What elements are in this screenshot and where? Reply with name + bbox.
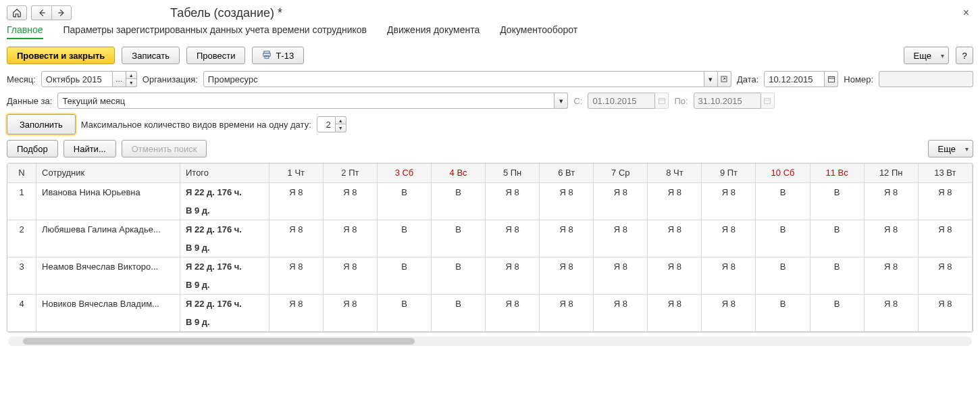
month-down-button[interactable]: ▼ <box>126 79 137 87</box>
day-cell[interactable]: Я 8 <box>269 294 323 313</box>
day-cell[interactable]: В <box>810 220 864 239</box>
find-button[interactable]: Найти... <box>63 140 116 157</box>
home-button[interactable] <box>7 5 27 20</box>
help-button[interactable]: ? <box>956 47 973 64</box>
col-day-9[interactable]: 9 Пт <box>702 164 756 182</box>
day-cell[interactable]: Я 8 <box>918 182 972 201</box>
day-cell[interactable]: Я 8 <box>648 182 702 201</box>
t13-button[interactable]: Т-13 <box>252 47 304 64</box>
max-kinds-up-button[interactable]: ▲ <box>336 116 346 124</box>
day-cell[interactable]: В <box>756 294 810 313</box>
table-row[interactable]: 3Неамов Вячеслав Викторо...Я 22 д. 176 ч… <box>7 257 973 276</box>
day-cell[interactable]: Я 8 <box>864 220 918 239</box>
day-cell[interactable]: Я 8 <box>486 294 540 313</box>
date-input[interactable]: 10.12.2015 <box>764 71 825 87</box>
day-cell[interactable]: В <box>377 182 431 201</box>
number-input[interactable] <box>879 71 973 87</box>
employee-name[interactable]: Новиков Вячеслав Владим... <box>36 294 180 313</box>
more-button[interactable]: Еще <box>904 47 949 64</box>
tab-main[interactable]: Главное <box>7 24 43 39</box>
day-cell[interactable]: Я 8 <box>648 294 702 313</box>
day-cell[interactable]: Я 8 <box>323 294 377 313</box>
day-cell[interactable]: Я 8 <box>918 294 972 313</box>
save-button[interactable]: Записать <box>122 47 180 64</box>
day-cell[interactable]: Я 8 <box>323 182 377 201</box>
col-day-4[interactable]: 4 Вс <box>432 164 486 182</box>
day-cell[interactable]: Я 8 <box>702 220 756 239</box>
day-cell[interactable]: В <box>377 257 431 276</box>
col-day-1[interactable]: 1 Чт <box>269 164 323 182</box>
day-cell[interactable]: В <box>432 294 486 313</box>
day-cell[interactable]: Я 8 <box>918 257 972 276</box>
max-kinds-input[interactable]: 2 <box>317 116 336 132</box>
day-cell[interactable]: Я 8 <box>486 182 540 201</box>
day-cell[interactable]: В <box>810 182 864 201</box>
col-day-6[interactable]: 6 Вт <box>540 164 594 182</box>
table-row[interactable]: 2Любяшева Галина Аркадье...Я 22 д. 176 ч… <box>7 220 973 239</box>
forward-button[interactable] <box>51 5 72 20</box>
day-cell[interactable]: Я 8 <box>269 257 323 276</box>
day-cell[interactable]: Я 8 <box>702 294 756 313</box>
col-day-7[interactable]: 7 Ср <box>594 164 648 182</box>
date-calendar-button[interactable] <box>825 71 838 87</box>
day-cell[interactable]: В <box>377 294 431 313</box>
employee-name[interactable]: Иванова Нина Юрьевна <box>36 182 180 201</box>
col-day-12[interactable]: 12 Пн <box>864 164 918 182</box>
day-cell[interactable]: В <box>432 220 486 239</box>
col-employee[interactable]: Сотрудник <box>36 164 180 182</box>
col-n[interactable]: N <box>7 164 36 182</box>
day-cell[interactable]: Я 8 <box>269 182 323 201</box>
day-cell[interactable]: Я 8 <box>864 257 918 276</box>
fill-button[interactable]: Заполнить <box>7 114 76 134</box>
table-more-button[interactable]: Еще <box>928 140 973 157</box>
day-cell[interactable]: Я 8 <box>918 220 972 239</box>
day-cell[interactable]: Я 8 <box>323 257 377 276</box>
post-button[interactable]: Провести <box>186 47 246 64</box>
scrollbar-thumb[interactable] <box>23 338 415 345</box>
day-cell[interactable]: Я 8 <box>594 294 648 313</box>
data-for-input[interactable]: Текущий месяц <box>57 93 555 109</box>
day-cell[interactable]: В <box>810 294 864 313</box>
month-up-button[interactable]: ▲ <box>126 71 137 79</box>
back-button[interactable] <box>31 5 51 20</box>
tab-movements[interactable]: Движения документа <box>387 24 480 39</box>
day-cell[interactable]: Я 8 <box>702 257 756 276</box>
col-day-11[interactable]: 11 Вс <box>810 164 864 182</box>
day-cell[interactable]: Я 8 <box>486 220 540 239</box>
col-day-10[interactable]: 10 Сб <box>756 164 810 182</box>
col-day-13[interactable]: 13 Вт <box>918 164 972 182</box>
table-row-sub[interactable]: ..В 9 д.............. <box>7 313 973 332</box>
day-cell[interactable]: Я 8 <box>594 220 648 239</box>
day-cell[interactable]: В <box>432 257 486 276</box>
tab-params[interactable]: Параметры зарегистрированных данных учет… <box>63 24 367 39</box>
day-cell[interactable]: Я 8 <box>486 257 540 276</box>
table-row-sub[interactable]: ..В 9 д.............. <box>7 276 973 295</box>
day-cell[interactable]: Я 8 <box>864 294 918 313</box>
pick-button[interactable]: Подбор <box>7 140 58 157</box>
day-cell[interactable]: Я 8 <box>648 220 702 239</box>
day-cell[interactable]: Я 8 <box>323 220 377 239</box>
employee-name[interactable]: Любяшева Галина Аркадье... <box>36 220 180 239</box>
org-open-button[interactable] <box>718 71 731 87</box>
employee-name[interactable]: Неамов Вячеслав Викторо... <box>36 257 180 276</box>
day-cell[interactable]: Я 8 <box>269 220 323 239</box>
day-cell[interactable]: В <box>756 182 810 201</box>
table-row-sub[interactable]: ..В 9 д.............. <box>7 239 973 257</box>
horizontal-scrollbar[interactable] <box>8 337 972 346</box>
day-cell[interactable]: В <box>432 182 486 201</box>
month-ellipsis-button[interactable]: … <box>113 71 126 87</box>
day-cell[interactable]: Я 8 <box>648 257 702 276</box>
day-cell[interactable]: В <box>377 220 431 239</box>
tab-docflow[interactable]: Документооборот <box>500 24 577 39</box>
day-cell[interactable]: В <box>810 257 864 276</box>
day-cell[interactable]: Я 8 <box>540 182 594 201</box>
day-cell[interactable]: Я 8 <box>594 182 648 201</box>
post-and-close-button[interactable]: Провести и закрыть <box>7 47 115 64</box>
max-kinds-down-button[interactable]: ▼ <box>336 124 346 132</box>
col-day-5[interactable]: 5 Пн <box>486 164 540 182</box>
table-row-sub[interactable]: ..В 9 д.............. <box>7 201 973 220</box>
day-cell[interactable]: Я 8 <box>540 257 594 276</box>
col-total[interactable]: Итого <box>180 164 269 182</box>
day-cell[interactable]: В <box>756 257 810 276</box>
col-day-2[interactable]: 2 Пт <box>323 164 377 182</box>
